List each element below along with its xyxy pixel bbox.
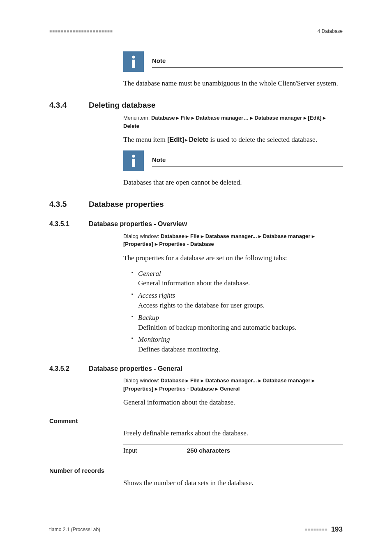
svg-point-0 — [132, 56, 135, 58]
page-footer: tiamo 2.1 (ProcessLab) ■■■■■■■■ 193 — [49, 525, 343, 534]
note-title-wrap: Note — [152, 51, 343, 68]
page: ■■■■■■■■■■■■■■■■■■■■■■ 4 Database Note T… — [0, 0, 392, 555]
heading-4-3-5: 4.3.5 Database properties — [49, 199, 343, 210]
prop-desc: General information about the database. — [138, 279, 250, 287]
list-item: MonitoringDefines database monitoring. — [131, 335, 343, 354]
heading-title: Database properties — [89, 199, 164, 210]
menu-path: Dialog window: Database ▸ File ▸ Databas… — [123, 377, 343, 393]
svg-rect-3 — [132, 159, 135, 167]
header-marks: ■■■■■■■■■■■■■■■■■■■■■■ — [49, 28, 113, 34]
menu-path-text: Database ▸ File ▸ Database manager… ▸ Da… — [123, 115, 326, 129]
prop-name: Access rights — [138, 291, 175, 299]
svg-point-2 — [132, 155, 135, 157]
bold-edit: [Edit] — [167, 136, 184, 143]
list-item: Access rightsAccess rights to the databa… — [131, 291, 343, 310]
intro-text: The properties for a database are set on… — [123, 253, 343, 263]
prop-name: Monitoring — [138, 335, 170, 343]
footer-product: tiamo 2.1 (ProcessLab) — [49, 526, 100, 533]
arrow: ▸ — [184, 138, 189, 143]
menu-prefix: Dialog window: — [123, 233, 161, 239]
menu-prefix: Menu item: — [123, 115, 151, 121]
body-text: The menu item [Edit] ▸ Delete is used to… — [123, 135, 343, 145]
prop-desc: Access rights to the database for user g… — [138, 301, 265, 309]
heading-number: 4.3.5 — [49, 199, 78, 210]
heading-title: Database properties - Overview — [89, 220, 187, 229]
page-header: ■■■■■■■■■■■■■■■■■■■■■■ 4 Database — [49, 28, 343, 35]
field-label-comment: Comment — [49, 416, 343, 425]
note-title-wrap: Note — [152, 150, 343, 167]
heading-number: 4.3.4 — [49, 100, 78, 111]
note-header: Note — [123, 51, 343, 72]
input-value: 250 characters — [187, 446, 230, 455]
info-icon — [123, 150, 144, 171]
note-body: Databases that are open cannot be delete… — [123, 178, 343, 187]
menu-path: Dialog window: Database ▸ File ▸ Databas… — [123, 232, 343, 248]
list-item: BackupDefinition of backup monitoring an… — [131, 313, 343, 333]
list-item: GeneralGeneral information about the dat… — [131, 269, 343, 289]
intro-text: General information about the database. — [123, 398, 343, 407]
note-header: Note — [123, 150, 343, 171]
heading-4-3-5-1: 4.3.5.1 Database properties - Overview — [49, 220, 343, 229]
bold-delete: Delete — [189, 136, 209, 143]
prop-desc: Definition of backup monitoring and auto… — [138, 324, 297, 331]
page-number: 193 — [331, 525, 343, 534]
input-label: Input — [123, 446, 187, 455]
header-chapter: 4 Database — [318, 28, 343, 35]
prop-desc: Defines database monitoring. — [138, 345, 220, 353]
heading-number: 4.3.5.2 — [49, 364, 78, 373]
heading-title: Deleting database — [89, 100, 156, 111]
svg-rect-1 — [132, 60, 135, 68]
prop-name: Backup — [138, 314, 159, 321]
footer-right: ■■■■■■■■ 193 — [304, 525, 343, 534]
menu-prefix: Dialog window: — [123, 377, 161, 384]
field-label-records: Number of records — [49, 466, 343, 475]
note-body: The database name must be unambiguous in… — [123, 79, 343, 88]
comment-body: Freely definable remarks about the datab… — [123, 428, 343, 438]
heading-number: 4.3.5.1 — [49, 220, 78, 229]
heading-title: Database properties - General — [89, 364, 182, 373]
prop-name: General — [138, 270, 161, 278]
text-suffix: is used to delete the selected database. — [209, 136, 317, 143]
footer-marks: ■■■■■■■■ — [304, 527, 327, 532]
heading-4-3-4: 4.3.4 Deleting database — [49, 100, 343, 111]
properties-list: GeneralGeneral information about the dat… — [123, 269, 343, 354]
note-title: Note — [152, 56, 343, 68]
records-body: Shows the number of data sets in the dat… — [123, 478, 343, 488]
heading-4-3-5-2: 4.3.5.2 Database properties - General — [49, 364, 343, 373]
info-icon — [123, 51, 144, 72]
note-title: Note — [152, 155, 343, 167]
note-block: Note The database name must be unambiguo… — [123, 51, 343, 88]
note-block: Note Databases that are open cannot be d… — [123, 150, 343, 187]
menu-path: Menu item: Database ▸ File ▸ Database ma… — [123, 114, 343, 130]
text-prefix: The menu item — [123, 136, 167, 143]
input-spec-row: Input 250 characters — [123, 444, 343, 457]
